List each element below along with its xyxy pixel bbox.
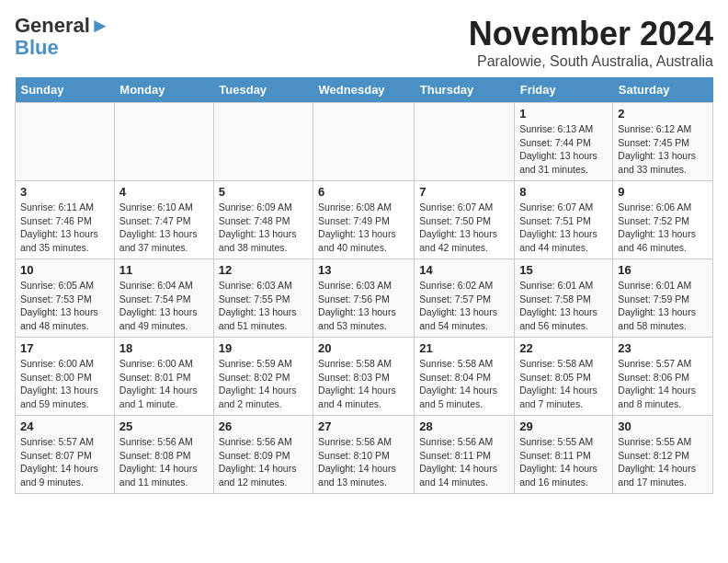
calendar-cell: 30Sunrise: 5:55 AMSunset: 8:12 PMDayligh…: [613, 416, 713, 494]
day-info: Sunrise: 6:00 AMSunset: 8:01 PMDaylight:…: [119, 357, 209, 411]
calendar-cell: 4Sunrise: 6:10 AMSunset: 7:47 PMDaylight…: [114, 181, 213, 259]
calendar-cell: 22Sunrise: 5:58 AMSunset: 8:05 PMDayligh…: [515, 338, 613, 416]
day-info: Sunrise: 6:13 AMSunset: 7:44 PMDaylight:…: [519, 122, 608, 177]
day-number: 14: [419, 263, 509, 277]
calendar-cell: 10Sunrise: 6:05 AMSunset: 7:53 PMDayligh…: [16, 259, 115, 338]
day-number: 7: [419, 185, 509, 199]
calendar-week-row: 10Sunrise: 6:05 AMSunset: 7:53 PMDayligh…: [16, 259, 713, 338]
calendar-cell: 2Sunrise: 6:12 AMSunset: 7:45 PMDaylight…: [613, 103, 713, 181]
weekday-header-friday: Friday: [515, 77, 613, 103]
day-number: 26: [219, 419, 308, 433]
day-number: 6: [318, 185, 409, 199]
day-number: 12: [219, 263, 308, 277]
day-number: 19: [219, 341, 308, 355]
calendar-cell: 12Sunrise: 6:03 AMSunset: 7:55 PMDayligh…: [213, 259, 313, 338]
calendar-week-row: 1Sunrise: 6:13 AMSunset: 7:44 PMDaylight…: [16, 103, 713, 181]
day-number: 4: [119, 185, 209, 199]
day-number: 11: [119, 263, 209, 277]
day-info: Sunrise: 6:03 AMSunset: 7:55 PMDaylight:…: [219, 279, 308, 333]
weekday-header-saturday: Saturday: [613, 77, 713, 103]
calendar-cell: 14Sunrise: 6:02 AMSunset: 7:57 PMDayligh…: [415, 259, 515, 338]
calendar-cell: 5Sunrise: 6:09 AMSunset: 7:48 PMDaylight…: [213, 181, 313, 259]
day-number: 15: [519, 263, 608, 277]
calendar-subtitle: Paralowie, South Australia, Australia: [469, 53, 713, 70]
calendar-cell: 15Sunrise: 6:01 AMSunset: 7:58 PMDayligh…: [515, 259, 613, 338]
day-info: Sunrise: 6:07 AMSunset: 7:51 PMDaylight:…: [519, 201, 608, 255]
day-number: 13: [318, 263, 409, 277]
calendar-cell: 28Sunrise: 5:56 AMSunset: 8:11 PMDayligh…: [415, 416, 515, 494]
day-info: Sunrise: 6:07 AMSunset: 7:50 PMDaylight:…: [419, 201, 509, 255]
day-info: Sunrise: 5:55 AMSunset: 8:11 PMDaylight:…: [519, 435, 608, 489]
day-number: 2: [618, 107, 708, 121]
calendar-cell: [313, 103, 415, 181]
day-number: 17: [20, 341, 109, 355]
calendar-cell: [415, 103, 515, 181]
calendar-week-row: 3Sunrise: 6:11 AMSunset: 7:46 PMDaylight…: [16, 181, 713, 259]
day-number: 8: [519, 185, 608, 199]
day-number: 29: [519, 419, 608, 433]
calendar-week-row: 24Sunrise: 5:57 AMSunset: 8:07 PMDayligh…: [16, 416, 713, 494]
day-number: 9: [618, 185, 708, 199]
calendar-cell: 13Sunrise: 6:03 AMSunset: 7:56 PMDayligh…: [313, 259, 415, 338]
day-number: 22: [519, 341, 608, 355]
day-info: Sunrise: 5:56 AMSunset: 8:08 PMDaylight:…: [119, 435, 209, 489]
day-info: Sunrise: 6:06 AMSunset: 7:52 PMDaylight:…: [618, 201, 708, 255]
calendar-cell: 16Sunrise: 6:01 AMSunset: 7:59 PMDayligh…: [613, 259, 713, 338]
calendar-cell: [213, 103, 313, 181]
day-number: 21: [419, 341, 509, 355]
page-header: General► Blue November 2024 Paralowie, S…: [15, 15, 713, 70]
day-number: 18: [119, 341, 209, 355]
day-number: 30: [618, 419, 708, 433]
day-info: Sunrise: 5:56 AMSunset: 8:10 PMDaylight:…: [318, 435, 409, 489]
logo: General► Blue: [15, 15, 110, 59]
weekday-header-thursday: Thursday: [415, 77, 515, 103]
day-info: Sunrise: 6:00 AMSunset: 8:00 PMDaylight:…: [20, 357, 109, 411]
day-number: 20: [318, 341, 409, 355]
day-number: 27: [318, 419, 409, 433]
day-info: Sunrise: 5:56 AMSunset: 8:11 PMDaylight:…: [419, 435, 509, 489]
day-number: 10: [20, 263, 109, 277]
calendar-cell: 19Sunrise: 5:59 AMSunset: 8:02 PMDayligh…: [213, 338, 313, 416]
day-info: Sunrise: 6:02 AMSunset: 7:57 PMDaylight:…: [419, 279, 509, 333]
day-info: Sunrise: 5:58 AMSunset: 8:04 PMDaylight:…: [419, 357, 509, 411]
calendar-cell: 6Sunrise: 6:08 AMSunset: 7:49 PMDaylight…: [313, 181, 415, 259]
calendar-cell: 27Sunrise: 5:56 AMSunset: 8:10 PMDayligh…: [313, 416, 415, 494]
logo-line1: General►: [15, 15, 110, 37]
logo-line2: Blue: [15, 37, 110, 59]
day-info: Sunrise: 6:09 AMSunset: 7:48 PMDaylight:…: [219, 201, 308, 255]
day-info: Sunrise: 6:11 AMSunset: 7:46 PMDaylight:…: [20, 201, 109, 255]
day-info: Sunrise: 5:56 AMSunset: 8:09 PMDaylight:…: [219, 435, 308, 489]
calendar-cell: 9Sunrise: 6:06 AMSunset: 7:52 PMDaylight…: [613, 181, 713, 259]
day-info: Sunrise: 6:01 AMSunset: 7:59 PMDaylight:…: [618, 279, 708, 333]
weekday-header-sunday: Sunday: [16, 77, 115, 103]
day-number: 24: [20, 419, 109, 433]
day-number: 25: [119, 419, 209, 433]
day-info: Sunrise: 6:08 AMSunset: 7:49 PMDaylight:…: [318, 201, 409, 255]
calendar-week-row: 17Sunrise: 6:00 AMSunset: 8:00 PMDayligh…: [16, 338, 713, 416]
day-info: Sunrise: 5:57 AMSunset: 8:06 PMDaylight:…: [618, 357, 708, 411]
day-info: Sunrise: 5:55 AMSunset: 8:12 PMDaylight:…: [618, 435, 708, 489]
calendar-table: SundayMondayTuesdayWednesdayThursdayFrid…: [15, 77, 713, 494]
weekday-header-wednesday: Wednesday: [313, 77, 415, 103]
day-info: Sunrise: 6:05 AMSunset: 7:53 PMDaylight:…: [20, 279, 109, 333]
calendar-cell: 24Sunrise: 5:57 AMSunset: 8:07 PMDayligh…: [16, 416, 115, 494]
calendar-cell: 11Sunrise: 6:04 AMSunset: 7:54 PMDayligh…: [114, 259, 213, 338]
day-number: 3: [20, 185, 109, 199]
calendar-cell: 3Sunrise: 6:11 AMSunset: 7:46 PMDaylight…: [16, 181, 115, 259]
weekday-header-monday: Monday: [114, 77, 213, 103]
weekday-header-row: SundayMondayTuesdayWednesdayThursdayFrid…: [16, 77, 713, 103]
day-number: 16: [618, 263, 708, 277]
calendar-cell: 23Sunrise: 5:57 AMSunset: 8:06 PMDayligh…: [613, 338, 713, 416]
calendar-title: November 2024: [469, 15, 713, 53]
calendar-cell: 21Sunrise: 5:58 AMSunset: 8:04 PMDayligh…: [415, 338, 515, 416]
day-info: Sunrise: 6:04 AMSunset: 7:54 PMDaylight:…: [119, 279, 209, 333]
calendar-cell: 29Sunrise: 5:55 AMSunset: 8:11 PMDayligh…: [515, 416, 613, 494]
day-info: Sunrise: 5:58 AMSunset: 8:05 PMDaylight:…: [519, 357, 608, 411]
day-number: 1: [519, 107, 608, 121]
day-info: Sunrise: 6:12 AMSunset: 7:45 PMDaylight:…: [618, 122, 708, 177]
day-info: Sunrise: 5:59 AMSunset: 8:02 PMDaylight:…: [219, 357, 308, 411]
day-info: Sunrise: 5:58 AMSunset: 8:03 PMDaylight:…: [318, 357, 409, 411]
calendar-cell: 18Sunrise: 6:00 AMSunset: 8:01 PMDayligh…: [114, 338, 213, 416]
day-number: 23: [618, 341, 708, 355]
day-number: 5: [219, 185, 308, 199]
